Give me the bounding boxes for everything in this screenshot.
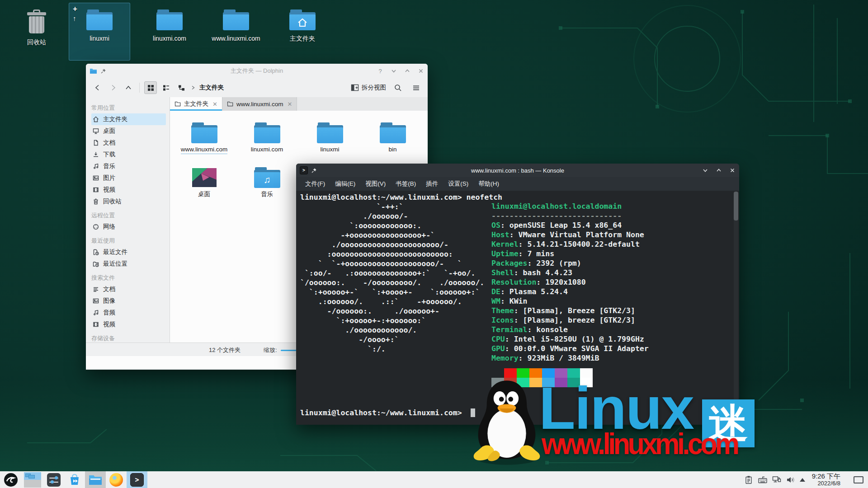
taskbar-discover[interactable] (64, 471, 85, 488)
desktop-icon-linuxmi.com[interactable]: linuxmi.com (139, 3, 200, 61)
file-bin[interactable]: bin (361, 122, 424, 167)
menu-书签(B)[interactable]: 书签(B) (391, 178, 420, 190)
menu-视图(V)[interactable]: 视图(V) (361, 178, 390, 190)
hamburger-menu-button[interactable] (410, 81, 422, 94)
breadcrumb[interactable]: 主文件夹 (199, 84, 224, 92)
desktop-icon (92, 127, 99, 135)
sidebar-item-home[interactable]: 主文件夹 (91, 113, 166, 125)
taskbar-firefox[interactable] (106, 471, 127, 488)
file-linuxmi.com[interactable]: linuxmi.com (236, 122, 298, 167)
back-button[interactable] (91, 81, 104, 94)
taskbar-opensuse-launcher[interactable] (0, 471, 22, 488)
desktop-icon-主文件夹[interactable]: 主文件夹 (272, 3, 333, 61)
file-label: 桌面 (198, 191, 210, 198)
pin-icon[interactable] (100, 68, 106, 74)
sidebar-item-label: 图像 (103, 297, 115, 305)
trash-icon (92, 198, 99, 205)
sidebar-item-recentdoc[interactable]: 最近文件 (91, 246, 166, 258)
tab-www.linuxmi.com[interactable]: www.linuxmi.com✕ (222, 97, 297, 111)
tray-network-icon[interactable] (772, 475, 782, 485)
folder-icon (175, 101, 181, 107)
sidebar-item-recentfolder[interactable]: 最近位置 (91, 258, 166, 270)
split-view-button[interactable]: 拆分视图 (351, 84, 386, 92)
sidebar-item-download[interactable]: 下载 (91, 149, 166, 160)
maximize-button[interactable] (404, 68, 410, 74)
menu-插件[interactable]: 插件 (421, 178, 443, 190)
tray-volume-icon[interactable] (786, 475, 796, 485)
tab-close-icon[interactable]: ✕ (212, 101, 217, 108)
tab-主文件夹[interactable]: 主文件夹✕ (170, 97, 222, 111)
maximize-button[interactable] (716, 167, 722, 174)
virtual-desktop-pager[interactable] (24, 472, 41, 488)
tray-expander-icon[interactable] (800, 478, 805, 482)
sidebar-item-label: 最近文件 (103, 248, 127, 256)
desktop-icon-linuxmi[interactable]: linuxmi+↑ (69, 3, 130, 61)
minimize-button[interactable] (702, 167, 708, 174)
file-linuxmi[interactable]: linuxmi (298, 122, 361, 167)
places-section: 搜索文件文档图像音频视频 (91, 270, 170, 330)
file-label: www.linuxmi.com (181, 146, 228, 154)
folder-icon: ♫ (254, 167, 280, 188)
file-www.linuxmi.com[interactable]: www.linuxmi.com (173, 122, 236, 167)
sidebar-item-lines[interactable]: 文档 (91, 283, 166, 295)
up-button[interactable] (122, 81, 135, 94)
sidebar-item-image[interactable]: 图片 (91, 172, 166, 184)
minimize-button[interactable] (391, 68, 397, 74)
tray-clipboard-icon[interactable] (744, 475, 754, 485)
sidebar-item-video[interactable]: 视频 (91, 319, 166, 330)
folder-icon (254, 122, 280, 143)
terminal-scrollbar[interactable] (734, 192, 738, 423)
music-icon (92, 309, 99, 316)
help-button[interactable]: ? (377, 68, 383, 74)
menu-设置(S)[interactable]: 设置(S) (443, 178, 473, 190)
sidebar-item-label: 视频 (103, 320, 115, 328)
details-view-button[interactable] (160, 81, 172, 94)
pager-desktop-2[interactable] (24, 480, 41, 488)
tab-close-icon[interactable]: ✕ (287, 101, 292, 108)
tree-view-button[interactable] (175, 81, 188, 94)
sidebar-item-trash[interactable]: 回收站 (91, 196, 166, 207)
sidebar-item-network[interactable]: 网络 (91, 221, 166, 233)
sidebar-item-doc[interactable]: 文档 (91, 137, 166, 149)
sidebar-item-image[interactable]: 图像 (91, 295, 166, 307)
icons-view-button[interactable] (144, 81, 157, 94)
terminal-area[interactable]: linuxmi@localhost:~/www.linuxmi.com> neo… (296, 191, 739, 425)
firefox-icon (109, 473, 123, 487)
menu-编辑(E)[interactable]: 编辑(E) (330, 178, 360, 190)
menu-文件(F)[interactable]: 文件(F) (301, 178, 330, 190)
show-desktop-button[interactable] (854, 476, 863, 483)
taskbar-dolphin[interactable] (85, 471, 106, 488)
places-section-header: 最近使用 (91, 237, 170, 245)
konsole-window[interactable]: > www.linuxmi.com : bash — Konsole 文件(F)… (296, 164, 739, 425)
taskbar-konsole[interactable]: > (127, 471, 147, 488)
sidebar-item-video[interactable]: 视频 (91, 184, 166, 196)
desktop-icon-www.linuxmi.com[interactable]: www.linuxmi.com (205, 3, 267, 61)
menu-帮助(H)[interactable]: 帮助(H) (474, 178, 504, 190)
close-button[interactable] (418, 68, 424, 74)
konsole-icon: > (130, 473, 144, 487)
konsole-titlebar[interactable]: > www.linuxmi.com : bash — Konsole (296, 164, 739, 177)
places-section-header: 远程位置 (91, 211, 170, 220)
color-swatch (542, 378, 555, 387)
terminal-prompt: linuxmi@localhost:~/www.linuxmi.com> (300, 408, 475, 418)
close-button[interactable] (729, 167, 736, 174)
sidebar-item-music[interactable]: 音乐 (91, 160, 166, 172)
sidebar-item-label: 最近位置 (103, 260, 127, 268)
dolphin-titlebar[interactable]: 主文件夹 — Dolphin ? (86, 64, 428, 78)
sidebar-item-label: 图片 (103, 174, 115, 182)
taskbar-system-settings[interactable] (43, 471, 64, 488)
desktop-icon-label: linuxmi (90, 35, 109, 42)
sidebar-item-music[interactable]: 音频 (91, 307, 166, 319)
search-button[interactable] (392, 81, 404, 94)
sidebar-item-desktop[interactable]: 桌面 (91, 125, 166, 137)
color-swatch (555, 368, 567, 378)
tray-keyboard-icon[interactable] (758, 475, 768, 485)
file-音乐[interactable]: ♫音乐 (236, 167, 298, 212)
pin-icon[interactable] (311, 168, 317, 174)
desktop-icon-回收站[interactable]: 回收站 (6, 3, 67, 61)
digital-clock[interactable]: 9:26 下午 2022/6/8 (812, 472, 840, 487)
scrollbar-thumb[interactable] (734, 192, 738, 221)
pager-desktop-1[interactable] (24, 472, 41, 480)
file-桌面[interactable]: 桌面 (173, 167, 236, 212)
forward-button[interactable] (107, 81, 119, 94)
